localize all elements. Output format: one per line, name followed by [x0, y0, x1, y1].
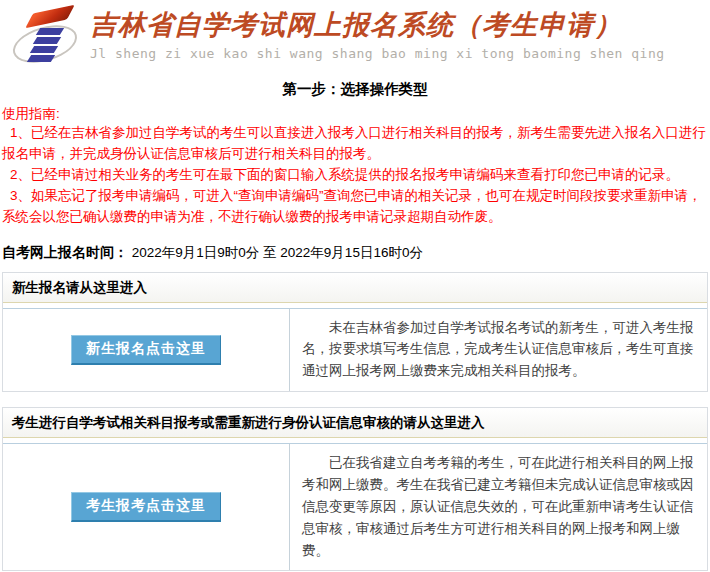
page: 吉林省自学考试网上报名系统（考生申请） Jl sheng zi xue kao …: [0, 0, 710, 572]
candidate-register-desc: 已在我省建立自考考籍的考生，可在此进行相关科目的网上报考和网上缴费。考生在我省已…: [302, 452, 695, 561]
registration-time-value: 2022年9月1日9时0分 至 2022年9月15日16时0分: [132, 245, 423, 260]
guide-item-3: 3、如果忘记了报考申请编码，可进入“查询申请编码”查询您已申请的相关记录，也可在…: [2, 186, 708, 228]
site-title: 吉林省自学考试网上报名系统（考生申请）: [90, 7, 708, 43]
guide-item-2: 2、已经申请过相关业务的考生可在最下面的窗口输入系统提供的报名报考申请编码来查看…: [2, 165, 708, 186]
site-title-pinyin: Jl sheng zi xue kao shi wang shang bao m…: [90, 46, 708, 61]
section-candidate-register-header: 考生进行自学考试相关科目报考或需重新进行身份认证信息审核的请从这里进入: [3, 408, 707, 438]
candidate-register-button-cell: 考生报考点击这里: [3, 444, 290, 570]
title-block: 吉林省自学考试网上报名系统（考生申请） Jl sheng zi xue kao …: [90, 0, 708, 61]
new-student-desc: 未在吉林省参加过自学考试报名考试的新考生，可进入考生报名，按要求填写考生信息，完…: [302, 317, 695, 383]
jilin-exam-logo-icon: [16, 3, 80, 69]
section-new-student-content: 新生报名点击这里 未在吉林省参加过自学考试报名考试的新考生，可进入考生报名，按要…: [3, 308, 707, 392]
new-student-desc-cell: 未在吉林省参加过自学考试报名考试的新考生，可进入考生报名，按要求填写考生信息，完…: [290, 309, 707, 392]
logo-bar-shape: [27, 55, 55, 62]
logo-bar-shape: [36, 28, 64, 35]
section-new-student-header: 新生报名请从这里进入: [3, 273, 707, 303]
candidate-register-desc-cell: 已在我省建立自考考籍的考生，可在此进行相关科目的网上报考和网上缴费。考生在我省已…: [290, 444, 707, 570]
guide-label: 使用指南:: [2, 105, 708, 123]
section-new-student: 新生报名请从这里进入 新生报名点击这里 未在吉林省参加过自学考试报名考试的新考生…: [2, 272, 708, 393]
section-candidate-register-content: 考生报考点击这里 已在我省建立自考考籍的考生，可在此进行相关科目的网上报考和网上…: [3, 443, 707, 570]
guide-item-1: 1、已经在吉林省参加过自学考试的考生可以直接进入报考入口进行相关科目的报考，新考…: [2, 123, 708, 165]
logo-bar-shape: [30, 46, 58, 53]
registration-time-line: 自考网上报名时间： 2022年9月1日9时0分 至 2022年9月15日16时0…: [2, 244, 708, 262]
section-candidate-register: 考生进行自学考试相关科目报考或需重新进行身份认证信息审核的请从这里进入 考生报考…: [2, 407, 708, 571]
registration-time-label: 自考网上报名时间：: [2, 244, 128, 260]
candidate-register-button[interactable]: 考生报考点击这里: [71, 492, 221, 522]
new-student-register-button[interactable]: 新生报名点击这里: [71, 335, 221, 365]
new-student-button-cell: 新生报名点击这里: [3, 309, 290, 392]
logo-bar-shape: [33, 37, 61, 44]
site-header: 吉林省自学考试网上报名系统（考生申请） Jl sheng zi xue kao …: [2, 0, 708, 72]
step-title: 第一步：选择操作类型: [2, 80, 708, 99]
